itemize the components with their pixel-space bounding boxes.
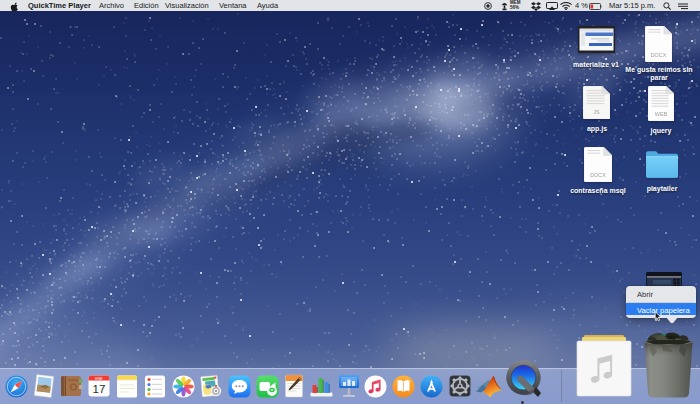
svg-text:DOCX: DOCX: [651, 52, 667, 58]
svg-text:WEB: WEB: [655, 111, 668, 117]
svg-text:ENE: ENE: [95, 377, 103, 381]
svg-text:JS: JS: [593, 109, 600, 115]
svg-text:17: 17: [92, 383, 105, 395]
svg-text:DOCX: DOCX: [590, 172, 606, 178]
